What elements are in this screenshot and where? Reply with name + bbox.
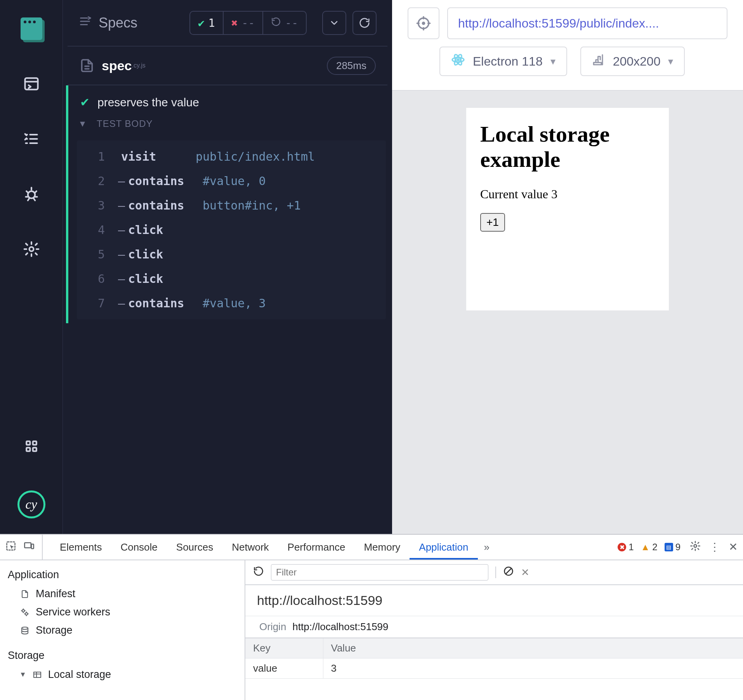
cmd-name: contains (128, 199, 194, 212)
cmd-args: public/index.html (196, 150, 315, 163)
viewport-label: 200x200 (613, 54, 661, 69)
cypress-app: cy Specs ✔1 ✖-- -- spec. (0, 0, 743, 534)
cmd-name: click (128, 223, 194, 237)
command-log: 1visitpublic/index.html2–contains#value,… (77, 140, 386, 319)
spec-file-ext: .cy.js (132, 62, 146, 69)
devtools-tab-elements[interactable]: Elements (50, 535, 111, 560)
storage-origin: Originhttp://localhost:51599 (245, 616, 743, 638)
svg-rect-20 (34, 672, 41, 677)
localstorage-table: Key Value value3 (245, 638, 743, 679)
devtools-settings-icon[interactable] (690, 541, 701, 554)
cmd-dash: – (118, 199, 125, 212)
sidebar-service-workers[interactable]: Service workers (8, 605, 237, 620)
command-row[interactable]: 1visitpublic/index.html (77, 144, 386, 169)
svg-rect-6 (33, 448, 36, 451)
selector-playground-button[interactable] (408, 7, 439, 39)
test-body-label: TEST BODY (97, 118, 153, 129)
increment-button[interactable]: +1 (480, 213, 505, 232)
filter-input[interactable] (271, 564, 488, 580)
devtools-tab-performance[interactable]: Performance (278, 535, 355, 560)
runs-icon[interactable] (21, 73, 42, 95)
cmd-args: button#inc, +1 (203, 199, 301, 212)
debug-icon[interactable] (21, 183, 42, 205)
cmd-dash: – (118, 296, 125, 310)
cmd-number: 4 (86, 223, 105, 237)
devtools-tab-sources[interactable]: Sources (167, 535, 222, 560)
command-row[interactable]: 5–click (77, 242, 386, 267)
spec-file-row[interactable]: spec.cy.js 285ms (68, 47, 387, 85)
cmd-name: visit (121, 150, 187, 163)
sidebar-local-storage[interactable]: ▼Local storage (8, 667, 237, 682)
specs-title: Specs (99, 15, 137, 31)
svg-point-8 (423, 23, 425, 24)
spec-duration: 285ms (327, 57, 376, 75)
cmd-args: #value, 0 (203, 174, 266, 188)
storage-address: http://localhost:51599 (245, 585, 743, 616)
svg-point-19 (22, 627, 28, 629)
device-icon[interactable] (23, 541, 35, 554)
fail-count: -- (242, 17, 255, 29)
viewport-selector[interactable]: 200x200 ▾ (580, 47, 685, 76)
aut-preview-panel: http://localhost:51599/public/index.... … (392, 0, 743, 534)
logo-icon[interactable] (21, 18, 42, 40)
aut-iframe: Local storage example Current value 3 +1 (466, 108, 669, 310)
specs-header: Specs ✔1 ✖-- -- (68, 0, 387, 47)
block-icon[interactable] (503, 566, 514, 579)
svg-rect-0 (25, 78, 38, 89)
cmd-number: 3 (86, 199, 105, 212)
clear-icon[interactable]: ✕ (521, 567, 529, 579)
table-row[interactable]: value3 (245, 658, 743, 679)
electron-icon (451, 53, 465, 70)
devtools-tab-network[interactable]: Network (222, 535, 278, 560)
devtools-tab-console[interactable]: Console (111, 535, 167, 560)
chevron-down-icon: ▾ (668, 55, 673, 68)
svg-point-12 (457, 59, 459, 61)
chevron-down-icon[interactable]: ▾ (80, 118, 85, 130)
col-value[interactable]: Value (323, 638, 743, 658)
aut-url[interactable]: http://localhost:51599/public/index.... (447, 7, 727, 39)
cmd-dash: – (118, 174, 125, 188)
command-row[interactable]: 7–contains#value, 3 (77, 291, 386, 315)
ruler-icon (592, 53, 605, 69)
reporter-panel: Specs ✔1 ✖-- -- spec.cy.js 285ms ✔ prese… (63, 0, 392, 534)
test-title-row[interactable]: ✔ preserves the value (68, 85, 392, 116)
command-row[interactable]: 2–contains#value, 0 (77, 169, 386, 193)
more-tabs-button[interactable]: » (478, 541, 496, 553)
sidebar-manifest[interactable]: Manifest (8, 586, 237, 601)
devtools-close-icon[interactable]: ✕ (729, 541, 738, 554)
cmd-name: contains (128, 174, 194, 188)
settings-icon[interactable] (21, 238, 42, 260)
section-application: Application (8, 569, 237, 581)
svg-point-1 (28, 191, 35, 198)
devtools-tab-application[interactable]: Application (410, 535, 477, 560)
devtools-tab-memory[interactable]: Memory (354, 535, 410, 560)
pass-count: 1 (208, 17, 215, 29)
application-main: ✕ http://localhost:51599 Originhttp://lo… (245, 560, 743, 700)
spec-file-name: spec (102, 58, 132, 73)
sidebar-storage[interactable]: Storage (8, 623, 237, 638)
command-row[interactable]: 3–containsbutton#inc, +1 (77, 193, 386, 218)
warn-icon: ▲ (641, 542, 650, 553)
section-storage: Storage (8, 650, 237, 662)
refresh-icon[interactable] (253, 566, 264, 579)
rerun-button[interactable] (352, 11, 377, 35)
svg-rect-14 (24, 542, 31, 548)
browser-selector[interactable]: Electron 118 ▾ (439, 47, 567, 76)
pending-count: -- (285, 17, 298, 29)
app-current-value: Current value 3 (480, 187, 655, 201)
inspect-icon[interactable] (5, 541, 16, 554)
cypress-logo-icon[interactable]: cy (17, 490, 45, 518)
command-row[interactable]: 6–click (77, 267, 386, 291)
command-row[interactable]: 4–click (77, 218, 386, 242)
chevron-down-button[interactable] (322, 11, 346, 35)
collapse-icon[interactable] (78, 15, 92, 31)
check-icon: ✔ (80, 95, 90, 109)
fail-icon: ✖ (231, 17, 238, 29)
svg-rect-5 (26, 448, 30, 451)
keyboard-icon[interactable] (21, 435, 42, 457)
col-key[interactable]: Key (245, 638, 323, 658)
checklist-icon[interactable] (21, 128, 42, 150)
nav-rail: cy (0, 0, 63, 534)
issue-counts[interactable]: ✖1 ▲2 ▤9 (618, 542, 681, 553)
devtools-menu-icon[interactable]: ⋮ (709, 541, 720, 554)
